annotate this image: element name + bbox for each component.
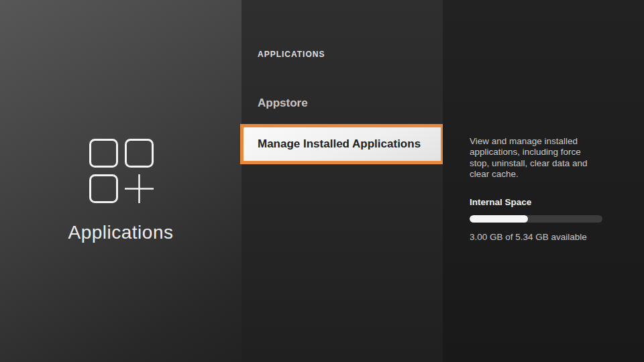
apps-grid-icon: [89, 139, 154, 203]
internal-space-label: Internal Space: [470, 197, 644, 207]
category-panel: Applications: [0, 0, 241, 362]
item-description: View and manage installed applications, …: [470, 136, 602, 180]
menu-panel: APPLICATIONS Appstore Manage Installed A…: [241, 0, 443, 362]
menu-item-label: Manage Installed Applications: [244, 137, 421, 151]
storage-available-text: 3.00 GB of 5.34 GB available: [470, 232, 644, 242]
fire-tv-settings-applications-screen: Applications APPLICATIONS Appstore Manag…: [0, 0, 644, 362]
category-title: Applications: [0, 222, 241, 243]
menu-item-appstore[interactable]: Appstore: [258, 97, 308, 110]
internal-space-progress-fill: [470, 215, 528, 223]
menu-section-header: APPLICATIONS: [258, 50, 325, 59]
menu-item-manage-installed-applications[interactable]: Manage Installed Applications: [240, 124, 444, 164]
detail-panel: View and manage installed applications, …: [443, 0, 644, 362]
internal-space-progress-bar: [470, 215, 602, 223]
